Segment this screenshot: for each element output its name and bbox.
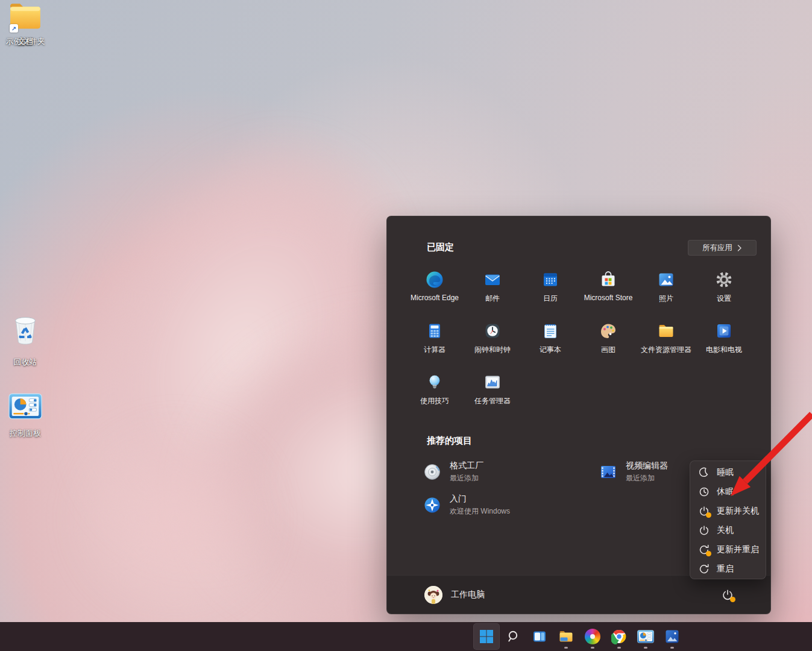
folder-icon: ↗ [8, 0, 43, 34]
desktop-icon-recycle-bin[interactable]: 回收站 [0, 313, 51, 368]
pinned-app-label: 计算器 [424, 345, 445, 355]
update-badge [730, 597, 735, 602]
pinned-app-label: 文件资源管理器 [641, 345, 691, 355]
pinned-app-label: Microsoft Edge [411, 294, 459, 302]
start-button[interactable] [473, 623, 500, 650]
pinned-app-label: 设置 [717, 294, 731, 304]
power-option-label: 更新并重启 [717, 544, 759, 555]
task-view-icon [532, 629, 547, 644]
recommended-section-header: 推荐的项目 [427, 435, 472, 447]
pinned-app-label: Microsoft Store [584, 294, 633, 302]
user-name[interactable]: 工作电脑 [451, 590, 485, 600]
power-button[interactable] [718, 585, 737, 605]
pinned-app-label: 邮件 [485, 294, 500, 304]
edge-icon [425, 270, 444, 289]
recommended-item-format-factory[interactable]: 格式工厂 最近添加 [421, 455, 597, 488]
photos-button[interactable] [659, 623, 685, 650]
pinned-app-label: 画图 [601, 345, 615, 355]
power-option-shutdown[interactable]: 关机 [690, 521, 766, 540]
pinned-app-label: 任务管理器 [474, 396, 511, 406]
pinned-app-calendar[interactable]: 日历 [521, 267, 579, 318]
calculator-icon [425, 321, 444, 341]
settings-gear-icon [714, 270, 734, 289]
recommended-item-subtitle: 最近添加 [626, 473, 668, 483]
pinned-app-label: 照片 [659, 294, 673, 304]
power-option-sleep[interactable]: 睡眠 [690, 463, 766, 482]
calendar-icon [541, 270, 560, 289]
pinned-app-mail[interactable]: 邮件 [464, 267, 521, 318]
power-option-label: 更新并关机 [717, 506, 759, 517]
search-icon [505, 629, 521, 644]
recommended-item-subtitle: 最近添加 [450, 473, 483, 483]
mail-icon [483, 270, 502, 289]
pinned-app-notepad[interactable]: 记事本 [521, 318, 579, 370]
update-badge [706, 551, 711, 556]
running-indicator [591, 647, 594, 649]
photos-icon [656, 270, 676, 289]
sleep-moon-icon [698, 467, 710, 479]
power-options-flyout: 睡眠 休眠 更新并关机 关机 [690, 461, 766, 579]
pinned-section-header: 已固定 [427, 242, 454, 253]
pinned-app-label: 电影和电视 [706, 345, 742, 355]
recommended-item-title: 视频编辑器 [626, 461, 668, 471]
pinned-app-photos[interactable]: 照片 [637, 267, 695, 318]
power-option-update-restart[interactable]: 更新并重启 [690, 540, 766, 559]
recommended-item-title: 格式工厂 [450, 461, 483, 471]
file-explorer-icon [558, 629, 574, 644]
running-indicator [617, 647, 621, 649]
power-option-restart[interactable]: 重启 [690, 559, 766, 579]
taskbar [0, 622, 812, 651]
all-apps-label: 所有应用 [702, 243, 732, 253]
recommended-item-get-started[interactable]: 入门 欢迎使用 Windows [421, 488, 597, 521]
control-panel-icon [637, 629, 654, 644]
power-option-hibernate[interactable]: 休眠 [690, 482, 766, 502]
running-indicator [644, 647, 647, 649]
clock-icon [483, 321, 502, 341]
start-menu-user-bar: 工作电脑 [387, 575, 770, 614]
control-panel-button[interactable] [632, 623, 659, 650]
windows-desktop: { "wallpaper": { "style": "windows-11-bl… [0, 0, 812, 651]
desktop-icon-documents-folder[interactable]: ↗ 文档 [0, 0, 51, 47]
start-icon [479, 629, 494, 644]
file-explorer-button[interactable] [553, 623, 579, 650]
pinned-app-microsoft-store[interactable]: Microsoft Store [579, 267, 637, 318]
notepad-icon [541, 321, 560, 341]
pinned-app-task-manager[interactable]: 任务管理器 [464, 370, 521, 421]
recommended-item-title: 入门 [450, 494, 510, 505]
pinned-app-movies-tv[interactable]: 电影和电视 [695, 318, 753, 370]
taskbar-icons [473, 623, 685, 650]
pinned-app-calculator[interactable]: 计算器 [406, 318, 464, 370]
power-option-label: 睡眠 [717, 467, 734, 478]
pinned-app-file-explorer[interactable]: 文件资源管理器 [637, 318, 695, 370]
pinwheel-browser-icon [585, 629, 600, 644]
pinwheel-browser-button[interactable] [579, 623, 606, 650]
file-explorer-icon [656, 321, 676, 341]
recommended-item-subtitle: 欢迎使用 Windows [450, 506, 510, 517]
movies-tv-icon [714, 321, 734, 341]
search-button[interactable] [500, 623, 526, 650]
all-apps-button[interactable]: 所有应用 [688, 240, 757, 256]
chrome-button[interactable] [606, 623, 632, 650]
restart-icon [698, 544, 710, 556]
user-avatar[interactable] [424, 586, 442, 604]
recycle-bin-icon [8, 313, 42, 354]
pinned-app-label: 记事本 [540, 345, 561, 355]
get-started-icon [423, 495, 442, 515]
desktop-icon-label: 文档 [17, 36, 33, 47]
desktop-icon-control-panel[interactable]: 控制面板 [0, 389, 51, 439]
pinned-app-microsoft-edge[interactable]: Microsoft Edge [406, 267, 464, 318]
power-option-update-shutdown[interactable]: 更新并关机 [690, 502, 766, 521]
pinned-app-tips[interactable]: 使用技巧 [406, 370, 464, 421]
task-manager-icon [483, 373, 502, 392]
running-indicator [670, 647, 674, 649]
running-indicator [564, 647, 568, 649]
pinned-app-paint[interactable]: 画图 [579, 318, 637, 370]
power-option-label: 休眠 [717, 486, 734, 497]
power-icon [698, 524, 710, 536]
update-badge [706, 512, 711, 518]
tips-bulb-icon [425, 373, 444, 392]
pinned-app-alarms-clock[interactable]: 闹钟和时钟 [464, 318, 521, 370]
pinned-app-settings[interactable]: 设置 [695, 267, 753, 318]
control-panel-icon [8, 389, 42, 426]
task-view-button[interactable] [526, 623, 553, 650]
